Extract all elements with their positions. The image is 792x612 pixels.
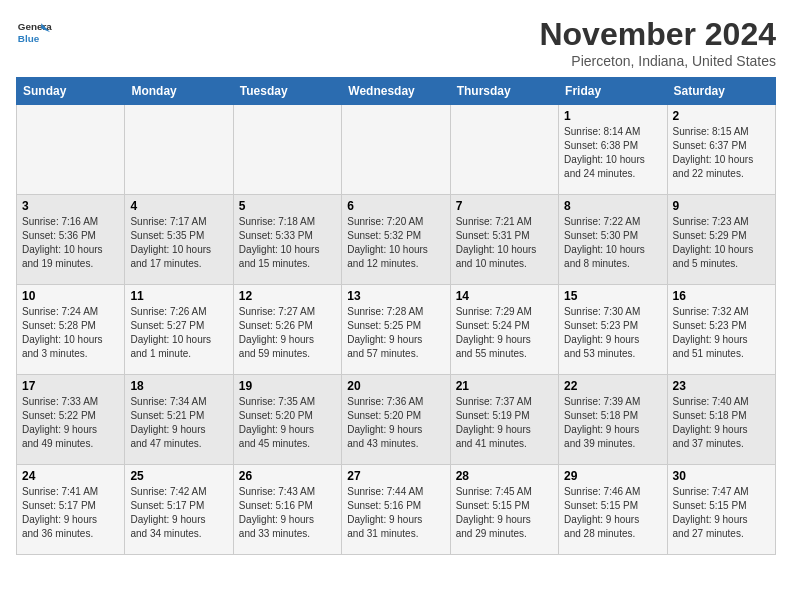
month-title: November 2024 <box>539 16 776 53</box>
day-number: 16 <box>673 289 770 303</box>
day-detail: Sunrise: 7:43 AM Sunset: 5:16 PM Dayligh… <box>239 485 336 541</box>
svg-text:Blue: Blue <box>18 33 40 44</box>
calendar-cell: 9Sunrise: 7:23 AM Sunset: 5:29 PM Daylig… <box>667 195 775 285</box>
day-number: 6 <box>347 199 444 213</box>
weekday-header-saturday: Saturday <box>667 78 775 105</box>
day-number: 10 <box>22 289 119 303</box>
day-number: 22 <box>564 379 661 393</box>
week-row-1: 1Sunrise: 8:14 AM Sunset: 6:38 PM Daylig… <box>17 105 776 195</box>
day-number: 17 <box>22 379 119 393</box>
title-area: November 2024 Pierceton, Indiana, United… <box>539 16 776 69</box>
day-number: 2 <box>673 109 770 123</box>
calendar-cell: 8Sunrise: 7:22 AM Sunset: 5:30 PM Daylig… <box>559 195 667 285</box>
week-row-5: 24Sunrise: 7:41 AM Sunset: 5:17 PM Dayli… <box>17 465 776 555</box>
logo: General Blue <box>16 16 52 52</box>
day-detail: Sunrise: 7:27 AM Sunset: 5:26 PM Dayligh… <box>239 305 336 361</box>
day-number: 19 <box>239 379 336 393</box>
weekday-header-monday: Monday <box>125 78 233 105</box>
day-number: 13 <box>347 289 444 303</box>
calendar-cell: 19Sunrise: 7:35 AM Sunset: 5:20 PM Dayli… <box>233 375 341 465</box>
weekday-header-row: SundayMondayTuesdayWednesdayThursdayFrid… <box>17 78 776 105</box>
day-number: 3 <box>22 199 119 213</box>
calendar-cell <box>233 105 341 195</box>
day-detail: Sunrise: 8:14 AM Sunset: 6:38 PM Dayligh… <box>564 125 661 181</box>
calendar-cell <box>342 105 450 195</box>
calendar-cell: 2Sunrise: 8:15 AM Sunset: 6:37 PM Daylig… <box>667 105 775 195</box>
calendar-cell: 3Sunrise: 7:16 AM Sunset: 5:36 PM Daylig… <box>17 195 125 285</box>
logo-icon: General Blue <box>16 16 52 52</box>
calendar-cell: 22Sunrise: 7:39 AM Sunset: 5:18 PM Dayli… <box>559 375 667 465</box>
calendar-cell: 28Sunrise: 7:45 AM Sunset: 5:15 PM Dayli… <box>450 465 558 555</box>
day-detail: Sunrise: 7:35 AM Sunset: 5:20 PM Dayligh… <box>239 395 336 451</box>
day-detail: Sunrise: 7:36 AM Sunset: 5:20 PM Dayligh… <box>347 395 444 451</box>
day-detail: Sunrise: 7:21 AM Sunset: 5:31 PM Dayligh… <box>456 215 553 271</box>
day-detail: Sunrise: 7:34 AM Sunset: 5:21 PM Dayligh… <box>130 395 227 451</box>
day-number: 12 <box>239 289 336 303</box>
day-number: 24 <box>22 469 119 483</box>
day-number: 23 <box>673 379 770 393</box>
location-subtitle: Pierceton, Indiana, United States <box>539 53 776 69</box>
day-detail: Sunrise: 7:41 AM Sunset: 5:17 PM Dayligh… <box>22 485 119 541</box>
day-number: 14 <box>456 289 553 303</box>
day-number: 27 <box>347 469 444 483</box>
day-detail: Sunrise: 7:46 AM Sunset: 5:15 PM Dayligh… <box>564 485 661 541</box>
day-detail: Sunrise: 7:42 AM Sunset: 5:17 PM Dayligh… <box>130 485 227 541</box>
calendar-cell: 16Sunrise: 7:32 AM Sunset: 5:23 PM Dayli… <box>667 285 775 375</box>
day-number: 26 <box>239 469 336 483</box>
day-number: 30 <box>673 469 770 483</box>
calendar-cell: 11Sunrise: 7:26 AM Sunset: 5:27 PM Dayli… <box>125 285 233 375</box>
day-detail: Sunrise: 7:28 AM Sunset: 5:25 PM Dayligh… <box>347 305 444 361</box>
calendar-cell: 23Sunrise: 7:40 AM Sunset: 5:18 PM Dayli… <box>667 375 775 465</box>
header: General Blue November 2024 Pierceton, In… <box>16 16 776 69</box>
day-detail: Sunrise: 7:47 AM Sunset: 5:15 PM Dayligh… <box>673 485 770 541</box>
calendar-cell: 1Sunrise: 8:14 AM Sunset: 6:38 PM Daylig… <box>559 105 667 195</box>
day-number: 15 <box>564 289 661 303</box>
day-number: 5 <box>239 199 336 213</box>
calendar-cell <box>450 105 558 195</box>
day-number: 25 <box>130 469 227 483</box>
day-detail: Sunrise: 7:23 AM Sunset: 5:29 PM Dayligh… <box>673 215 770 271</box>
day-detail: Sunrise: 7:32 AM Sunset: 5:23 PM Dayligh… <box>673 305 770 361</box>
calendar-cell: 6Sunrise: 7:20 AM Sunset: 5:32 PM Daylig… <box>342 195 450 285</box>
calendar-cell <box>125 105 233 195</box>
weekday-header-tuesday: Tuesday <box>233 78 341 105</box>
day-number: 1 <box>564 109 661 123</box>
day-number: 11 <box>130 289 227 303</box>
week-row-2: 3Sunrise: 7:16 AM Sunset: 5:36 PM Daylig… <box>17 195 776 285</box>
day-detail: Sunrise: 7:16 AM Sunset: 5:36 PM Dayligh… <box>22 215 119 271</box>
calendar-cell: 24Sunrise: 7:41 AM Sunset: 5:17 PM Dayli… <box>17 465 125 555</box>
calendar-cell: 12Sunrise: 7:27 AM Sunset: 5:26 PM Dayli… <box>233 285 341 375</box>
weekday-header-sunday: Sunday <box>17 78 125 105</box>
calendar-cell: 15Sunrise: 7:30 AM Sunset: 5:23 PM Dayli… <box>559 285 667 375</box>
week-row-4: 17Sunrise: 7:33 AM Sunset: 5:22 PM Dayli… <box>17 375 776 465</box>
day-detail: Sunrise: 7:39 AM Sunset: 5:18 PM Dayligh… <box>564 395 661 451</box>
calendar-cell: 21Sunrise: 7:37 AM Sunset: 5:19 PM Dayli… <box>450 375 558 465</box>
day-number: 28 <box>456 469 553 483</box>
day-detail: Sunrise: 7:22 AM Sunset: 5:30 PM Dayligh… <box>564 215 661 271</box>
day-detail: Sunrise: 7:30 AM Sunset: 5:23 PM Dayligh… <box>564 305 661 361</box>
calendar-cell: 26Sunrise: 7:43 AM Sunset: 5:16 PM Dayli… <box>233 465 341 555</box>
day-detail: Sunrise: 8:15 AM Sunset: 6:37 PM Dayligh… <box>673 125 770 181</box>
day-number: 4 <box>130 199 227 213</box>
calendar-cell: 10Sunrise: 7:24 AM Sunset: 5:28 PM Dayli… <box>17 285 125 375</box>
calendar-cell: 29Sunrise: 7:46 AM Sunset: 5:15 PM Dayli… <box>559 465 667 555</box>
calendar-cell <box>17 105 125 195</box>
day-detail: Sunrise: 7:18 AM Sunset: 5:33 PM Dayligh… <box>239 215 336 271</box>
calendar-cell: 7Sunrise: 7:21 AM Sunset: 5:31 PM Daylig… <box>450 195 558 285</box>
weekday-header-thursday: Thursday <box>450 78 558 105</box>
calendar-cell: 17Sunrise: 7:33 AM Sunset: 5:22 PM Dayli… <box>17 375 125 465</box>
day-detail: Sunrise: 7:44 AM Sunset: 5:16 PM Dayligh… <box>347 485 444 541</box>
day-detail: Sunrise: 7:45 AM Sunset: 5:15 PM Dayligh… <box>456 485 553 541</box>
calendar-cell: 30Sunrise: 7:47 AM Sunset: 5:15 PM Dayli… <box>667 465 775 555</box>
day-detail: Sunrise: 7:37 AM Sunset: 5:19 PM Dayligh… <box>456 395 553 451</box>
calendar-cell: 4Sunrise: 7:17 AM Sunset: 5:35 PM Daylig… <box>125 195 233 285</box>
calendar-cell: 14Sunrise: 7:29 AM Sunset: 5:24 PM Dayli… <box>450 285 558 375</box>
day-number: 20 <box>347 379 444 393</box>
calendar-cell: 25Sunrise: 7:42 AM Sunset: 5:17 PM Dayli… <box>125 465 233 555</box>
calendar-cell: 18Sunrise: 7:34 AM Sunset: 5:21 PM Dayli… <box>125 375 233 465</box>
calendar-table: SundayMondayTuesdayWednesdayThursdayFrid… <box>16 77 776 555</box>
day-detail: Sunrise: 7:24 AM Sunset: 5:28 PM Dayligh… <box>22 305 119 361</box>
day-detail: Sunrise: 7:26 AM Sunset: 5:27 PM Dayligh… <box>130 305 227 361</box>
weekday-header-wednesday: Wednesday <box>342 78 450 105</box>
day-number: 29 <box>564 469 661 483</box>
